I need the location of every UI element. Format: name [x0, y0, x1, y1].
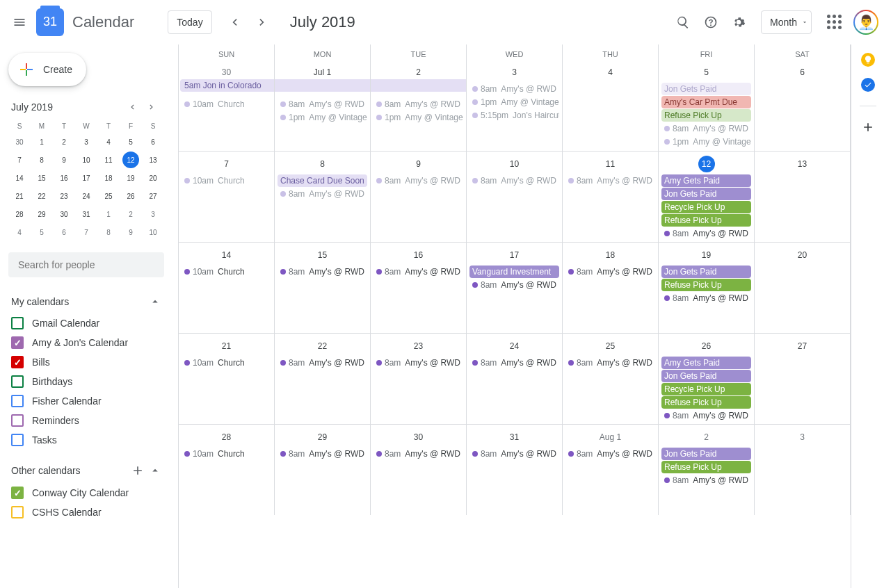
day-cell[interactable]: 2Jon Gets PaidRefuse Pick Up8amAmy's @ R… — [659, 425, 755, 515]
calendar-item[interactable]: Conway City Calendar — [6, 483, 167, 503]
day-number[interactable]: 19 — [660, 244, 753, 265]
multiday-event[interactable] — [371, 79, 467, 92]
day-number[interactable]: 21 — [180, 335, 273, 356]
event[interactable]: 5:15pmJon's Haircut — [469, 109, 559, 122]
prev-period-button[interactable] — [220, 8, 248, 36]
day-number[interactable]: 7 — [180, 153, 273, 174]
event[interactable]: 10amChurch — [182, 266, 271, 278]
event[interactable]: Recycle Pick Up — [661, 201, 751, 213]
day-cell[interactable]: 13 — [755, 152, 851, 242]
day-number[interactable]: 14 — [180, 244, 273, 265]
mini-day[interactable]: 10 — [145, 224, 161, 240]
event[interactable]: Amy Gets Paid — [661, 357, 751, 369]
event[interactable]: 8amAmy's @ RWD — [278, 98, 367, 111]
day-number[interactable]: 2 — [660, 426, 753, 447]
day-cell[interactable]: 20 — [755, 243, 851, 333]
event[interactable]: Jon Gets Paid — [661, 370, 751, 382]
day-cell[interactable]: 6 — [755, 60, 851, 151]
event[interactable]: Chase Card Due Soon — [278, 174, 367, 187]
day-cell[interactable]: 238amAmy's @ RWD — [371, 334, 467, 424]
mini-day[interactable]: 24 — [78, 188, 95, 204]
event[interactable]: 8amAmy's @ RWD — [469, 448, 559, 460]
mini-day[interactable]: 23 — [56, 188, 72, 204]
calendar-checkbox[interactable] — [11, 375, 24, 388]
day-number[interactable]: 27 — [756, 335, 849, 356]
day-cell[interactable]: 710amChurch — [179, 152, 275, 242]
my-calendars-toggle[interactable]: My calendars — [6, 291, 167, 312]
day-cell[interactable]: 298amAmy's @ RWD — [275, 425, 371, 515]
event[interactable]: 8amAmy's @ RWD — [565, 266, 655, 278]
event[interactable]: Jon Gets Paid — [661, 448, 751, 460]
account-avatar[interactable]: 👨‍💼 — [853, 10, 878, 35]
day-number[interactable]: 6 — [756, 61, 849, 82]
day-cell[interactable]: 12Amy Gets PaidJon Gets PaidRecycle Pick… — [659, 152, 755, 242]
event[interactable]: 8amAmy's @ RWD — [469, 357, 559, 369]
multiday-event[interactable] — [275, 79, 371, 92]
event[interactable]: 8amAmy's @ RWD — [469, 174, 559, 187]
mini-day[interactable]: 22 — [33, 188, 50, 204]
mini-day[interactable]: 15 — [33, 170, 50, 186]
event[interactable]: 8amAmy's @ RWD — [469, 83, 559, 95]
calendar-checkbox[interactable] — [11, 414, 24, 427]
event[interactable]: 8amAmy's @ RWD — [278, 448, 367, 460]
mini-prev-button[interactable] — [122, 97, 142, 117]
mini-day[interactable]: 30 — [11, 133, 28, 150]
mini-day[interactable]: 21 — [11, 188, 28, 204]
event[interactable]: 10amChurch — [182, 448, 271, 460]
mini-next-button[interactable] — [142, 97, 161, 117]
day-cell[interactable]: 17Vanguard Investment8amAmy's @ RWD — [467, 243, 563, 333]
mini-day[interactable]: 7 — [78, 224, 95, 240]
day-cell[interactable]: 26Amy Gets PaidJon Gets PaidRecycle Pick… — [659, 334, 755, 424]
mini-day[interactable]: 5 — [122, 133, 139, 150]
day-cell[interactable]: 3 — [755, 425, 851, 515]
mini-day[interactable]: 25 — [100, 188, 117, 204]
event[interactable]: 10amChurch — [182, 174, 271, 187]
mini-day[interactable]: 4 — [100, 133, 117, 150]
day-cell[interactable]: 118amAmy's @ RWD — [563, 152, 659, 242]
day-number[interactable]: 15 — [276, 244, 369, 265]
mini-day[interactable]: 6 — [56, 224, 72, 240]
calendar-item[interactable]: Reminders — [6, 411, 167, 430]
event[interactable]: 8amAmy's @ RWD — [661, 474, 751, 487]
add-icon[interactable] — [131, 464, 145, 477]
event[interactable]: Jon Gets Paid — [661, 266, 751, 278]
event[interactable]: 8amAmy's @ RWD — [278, 357, 367, 369]
event[interactable]: 8amAmy's @ RWD — [565, 357, 655, 369]
day-cell[interactable]: 108amAmy's @ RWD — [467, 152, 563, 242]
mini-day[interactable]: 9 — [56, 152, 72, 168]
day-number[interactable]: 22 — [276, 335, 369, 356]
day-cell[interactable]: 305am Jon in Colorado10amChurch — [179, 60, 275, 151]
mini-day[interactable]: 14 — [11, 170, 28, 186]
day-number[interactable]: 16 — [372, 244, 465, 265]
mini-day[interactable]: 28 — [11, 206, 28, 222]
mini-day[interactable]: 8 — [100, 224, 117, 240]
day-cell[interactable]: 308amAmy's @ RWD — [371, 425, 467, 515]
day-cell[interactable]: 188amAmy's @ RWD — [563, 243, 659, 333]
day-cell[interactable]: 2810amChurch — [179, 425, 275, 515]
mini-day[interactable]: 9 — [122, 224, 139, 240]
day-cell[interactable]: 4 — [563, 60, 659, 151]
event[interactable]: 1pmAmy @ Vintage — [373, 111, 463, 124]
add-addon-icon[interactable] — [861, 120, 875, 134]
calendar-checkbox[interactable] — [11, 356, 24, 368]
day-number[interactable]: 24 — [468, 335, 561, 356]
tasks-icon[interactable] — [861, 78, 875, 92]
mini-day[interactable]: 17 — [78, 170, 95, 186]
apps-icon[interactable] — [820, 8, 848, 36]
day-number[interactable]: 8 — [276, 153, 369, 174]
day-cell[interactable]: 38amAmy's @ RWD1pmAmy @ Vintage5:15pmJon… — [467, 60, 563, 151]
day-cell[interactable]: 168amAmy's @ RWD — [371, 243, 467, 333]
calendar-checkbox[interactable] — [11, 506, 24, 518]
event[interactable]: 8amAmy's @ RWD — [373, 174, 463, 187]
mini-day[interactable]: 7 — [11, 152, 28, 168]
day-number[interactable]: 30 — [372, 426, 465, 447]
event[interactable]: 8amAmy's @ RWD — [278, 188, 367, 200]
search-icon[interactable] — [669, 8, 697, 36]
event[interactable]: Jon Gets Paid — [661, 188, 751, 200]
day-number[interactable]: 31 — [468, 426, 561, 447]
event[interactable]: 10amChurch — [182, 98, 271, 111]
day-number[interactable]: 10 — [468, 153, 561, 174]
day-cell[interactable]: 8Chase Card Due Soon8amAmy's @ RWD — [275, 152, 371, 242]
other-calendars-toggle[interactable]: Other calendars — [6, 459, 167, 482]
mini-day[interactable]: 31 — [78, 206, 95, 222]
